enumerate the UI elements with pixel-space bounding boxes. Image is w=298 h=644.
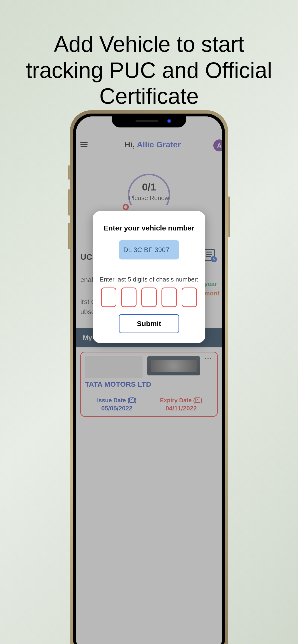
chassis-digit-5[interactable]	[182, 288, 197, 307]
app-screen: Hi, Allie Grater A 0/1 Please Renew	[76, 116, 222, 644]
chassis-digit-4[interactable]	[162, 288, 177, 307]
submit-button[interactable]: Submit	[119, 314, 179, 333]
modal-title: Enter your vehicle number	[99, 224, 199, 232]
chassis-digits	[99, 288, 199, 307]
chassis-label: Enter last 5 digits of chasis number:	[99, 276, 199, 283]
chassis-digit-2[interactable]	[121, 288, 136, 307]
vehicle-number-input[interactable]	[119, 240, 179, 260]
chassis-digit-3[interactable]	[141, 288, 157, 307]
phone-mockup: Hi, Allie Grater A 0/1 Please Renew	[70, 110, 228, 644]
notch	[112, 114, 186, 128]
add-vehicle-modal: Enter your vehicle number Enter last 5 d…	[93, 211, 205, 343]
promo-title: Add Vehicle to start tracking PUC and Of…	[0, 0, 298, 109]
chassis-digit-1[interactable]	[101, 288, 116, 307]
modal-backdrop[interactable]	[76, 116, 222, 644]
